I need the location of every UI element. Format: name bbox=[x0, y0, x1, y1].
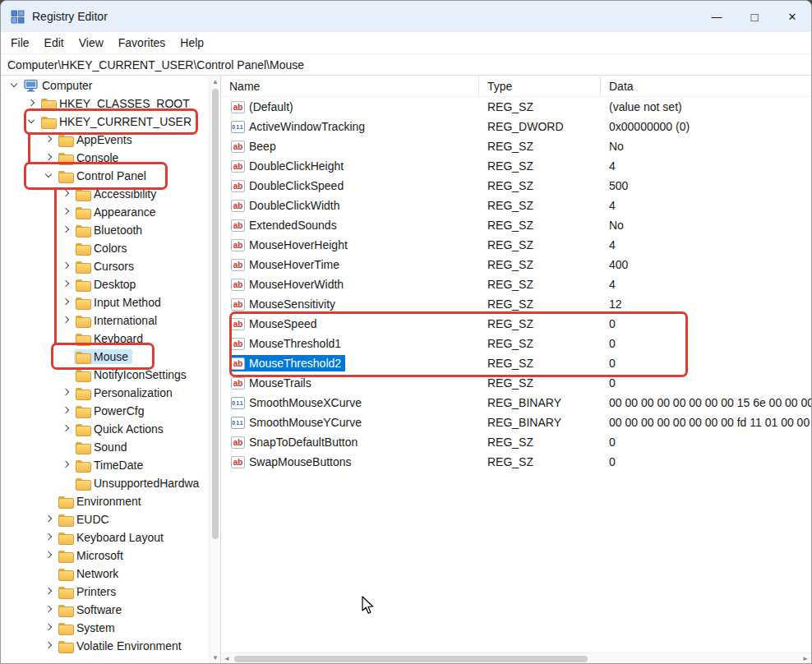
registry-value-row-snaptodefaultbutton[interactable]: ab SnapToDefaultButton REG_SZ 0 bbox=[221, 432, 811, 452]
tree-item-computer[interactable]: Computer bbox=[1, 76, 208, 95]
list-scrollbar-thumb[interactable] bbox=[234, 656, 588, 662]
tree-item-input-method[interactable]: Input Method bbox=[1, 293, 208, 311]
menu-favorites[interactable]: Favorites bbox=[111, 32, 173, 53]
chevron-right-icon[interactable] bbox=[59, 278, 74, 291]
tree-item-label: Cursors bbox=[94, 260, 134, 273]
registry-value-row-mousehoverheight[interactable]: ab MouseHoverHeight REG_SZ 4 bbox=[221, 235, 811, 255]
chevron-right-icon[interactable] bbox=[42, 639, 57, 652]
registry-value-row--default-[interactable]: ab (Default) REG_SZ (value not set) bbox=[221, 97, 811, 117]
tree-item-desktop[interactable]: Desktop bbox=[1, 275, 208, 293]
tree-item-console[interactable]: Console bbox=[1, 149, 208, 167]
registry-value-row-mousethreshold1[interactable]: ab MouseThreshold1 REG_SZ 0 bbox=[221, 334, 811, 353]
chevron-right-icon[interactable] bbox=[25, 97, 39, 110]
tree-item-hkey-current-user[interactable]: HKEY_CURRENT_USER bbox=[1, 113, 208, 131]
column-header-type[interactable]: Type bbox=[479, 76, 601, 96]
registry-value-row-doubleclickwidth[interactable]: ab DoubleClickWidth REG_SZ 4 bbox=[221, 196, 811, 215]
tree-item-microsoft[interactable]: Microsoft bbox=[1, 546, 208, 565]
registry-value-row-swapmousebuttons[interactable]: ab SwapMouseButtons REG_SZ 0 bbox=[221, 452, 811, 472]
minimize-button[interactable]: — bbox=[698, 1, 736, 32]
column-header-name[interactable]: Name bbox=[221, 76, 479, 96]
tree-item-volatile-environment[interactable]: Volatile Environment bbox=[1, 637, 208, 655]
tree-item-unsupportedhardwa[interactable]: UnsupportedHardwa bbox=[1, 474, 208, 492]
chevron-right-icon[interactable] bbox=[59, 404, 74, 417]
tree-item-mouse[interactable]: Mouse bbox=[1, 348, 208, 366]
tree-item-sound[interactable]: Sound bbox=[1, 438, 208, 456]
registry-value-row-mousehovertime[interactable]: ab MouseHoverTime REG_SZ 400 bbox=[221, 255, 811, 274]
tree-item-keyboard-layout[interactable]: Keyboard Layout bbox=[1, 528, 208, 546]
registry-value-row-mousetrails[interactable]: ab MouseTrails REG_SZ 0 bbox=[221, 373, 811, 393]
chevron-right-icon[interactable] bbox=[59, 224, 74, 237]
chevron-right-icon[interactable] bbox=[42, 531, 57, 544]
registry-value-row-activewindowtracking[interactable]: 011 ActiveWindowTracking REG_DWORD 0x000… bbox=[221, 117, 811, 136]
chevron-right-icon[interactable] bbox=[59, 459, 74, 472]
tree-vertical-scrollbar[interactable]: ▲ ▼ bbox=[209, 76, 220, 663]
tree-item-cursors[interactable]: Cursors bbox=[1, 257, 208, 275]
address-bar[interactable]: Computer\HKEY_CURRENT_USER\Control Panel… bbox=[1, 53, 811, 76]
tree-item-label: PowerCfg bbox=[94, 404, 144, 417]
close-button[interactable]: ✕ bbox=[773, 1, 811, 32]
registry-value-row-smoothmouseycurve[interactable]: 011 SmoothMouseYCurve REG_BINARY 00 00 0… bbox=[221, 413, 811, 432]
tree-item-environment[interactable]: Environment bbox=[1, 492, 208, 510]
chevron-right-icon[interactable] bbox=[42, 549, 57, 562]
value-type: REG_BINARY bbox=[479, 393, 601, 413]
tree-item-system[interactable]: System bbox=[1, 619, 208, 637]
tree-item-personalization[interactable]: Personalization bbox=[1, 384, 208, 402]
menu-file[interactable]: File bbox=[3, 32, 37, 53]
tree-item-accessibility[interactable]: Accessibility bbox=[1, 185, 208, 203]
tree-item-control-panel[interactable]: Control Panel bbox=[1, 167, 208, 185]
column-header-data[interactable]: Data bbox=[601, 76, 811, 96]
registry-value-row-smoothmousexcurve[interactable]: 011 SmoothMouseXCurve REG_BINARY 00 00 0… bbox=[221, 393, 811, 413]
registry-value-row-extendedsounds[interactable]: ab ExtendedSounds REG_SZ No bbox=[221, 215, 811, 235]
menu-edit[interactable]: Edit bbox=[37, 32, 72, 53]
chevron-right-icon[interactable] bbox=[42, 151, 57, 164]
menu-help[interactable]: Help bbox=[173, 32, 211, 53]
chevron-down-icon[interactable] bbox=[7, 79, 22, 92]
chevron-right-icon[interactable] bbox=[42, 603, 57, 616]
tree-item-timedate[interactable]: TimeDate bbox=[1, 456, 208, 474]
tree-item-quick-actions[interactable]: Quick Actions bbox=[1, 420, 208, 438]
chevron-right-icon[interactable] bbox=[42, 513, 57, 526]
tree-item-keyboard[interactable]: Keyboard bbox=[1, 330, 208, 348]
chevron-right-icon[interactable] bbox=[59, 296, 74, 309]
scroll-right-icon[interactable]: ► bbox=[800, 653, 811, 663]
chevron-down-icon[interactable] bbox=[42, 169, 57, 182]
chevron-right-icon[interactable] bbox=[42, 585, 57, 598]
registry-value-row-mousesensitivity[interactable]: ab MouseSensitivity REG_SZ 12 bbox=[221, 294, 811, 314]
tree-item-colors[interactable]: Colors bbox=[1, 239, 208, 257]
registry-value-row-mousespeed[interactable]: ab MouseSpeed REG_SZ 0 bbox=[221, 314, 811, 334]
tree-scrollbar-thumb[interactable] bbox=[212, 89, 219, 539]
chevron-right-icon[interactable] bbox=[59, 260, 74, 273]
tree-item-eudc[interactable]: EUDC bbox=[1, 510, 208, 528]
scroll-up-icon[interactable]: ▲ bbox=[210, 76, 221, 87]
chevron-right-icon[interactable] bbox=[59, 205, 74, 219]
tree-item-printers[interactable]: Printers bbox=[1, 583, 208, 601]
menu-view[interactable]: View bbox=[72, 32, 111, 53]
registry-value-row-doubleclickheight[interactable]: ab DoubleClickHeight REG_SZ 4 bbox=[221, 156, 811, 176]
registry-value-row-mousehoverwidth[interactable]: ab MouseHoverWidth REG_SZ 4 bbox=[221, 274, 811, 294]
registry-value-row-mousethreshold2[interactable]: ab MouseThreshold2 REG_SZ 0 bbox=[221, 353, 811, 373]
value-name: SnapToDefaultButton bbox=[249, 436, 358, 449]
registry-value-row-doubleclickspeed[interactable]: ab DoubleClickSpeed REG_SZ 500 bbox=[221, 176, 811, 196]
tree-item-bluetooth[interactable]: Bluetooth bbox=[1, 221, 208, 239]
list-horizontal-scrollbar[interactable]: ◄ ► bbox=[221, 652, 811, 663]
tree-item-software[interactable]: Software bbox=[1, 601, 208, 619]
chevron-right-icon[interactable] bbox=[42, 133, 57, 146]
registry-value-row-beep[interactable]: ab Beep REG_SZ No bbox=[221, 136, 811, 156]
chevron-right-icon[interactable] bbox=[59, 386, 74, 399]
chevron-right-icon[interactable] bbox=[42, 621, 57, 634]
chevron-down-icon[interactable] bbox=[25, 115, 39, 128]
chevron-right-icon[interactable] bbox=[59, 187, 74, 201]
maximize-button[interactable]: □ bbox=[736, 1, 773, 32]
scroll-left-icon[interactable]: ◄ bbox=[221, 653, 233, 663]
tree-item-appearance[interactable]: Appearance bbox=[1, 203, 208, 221]
chevron-right-icon[interactable] bbox=[59, 314, 74, 327]
tree-item-powercfg[interactable]: PowerCfg bbox=[1, 402, 208, 420]
tree-item-label: Personalization bbox=[94, 386, 173, 399]
tree-item-hkey-classes-root[interactable]: HKEY_CLASSES_ROOT bbox=[1, 95, 208, 113]
tree-item-network[interactable]: Network bbox=[1, 565, 208, 583]
scroll-down-icon[interactable]: ▼ bbox=[210, 652, 221, 663]
tree-item-notifyiconsettings[interactable]: NotifyIconSettings bbox=[1, 366, 208, 384]
tree-item-international[interactable]: International bbox=[1, 311, 208, 330]
tree-item-appevents[interactable]: AppEvents bbox=[1, 131, 208, 149]
chevron-right-icon[interactable] bbox=[59, 422, 74, 436]
